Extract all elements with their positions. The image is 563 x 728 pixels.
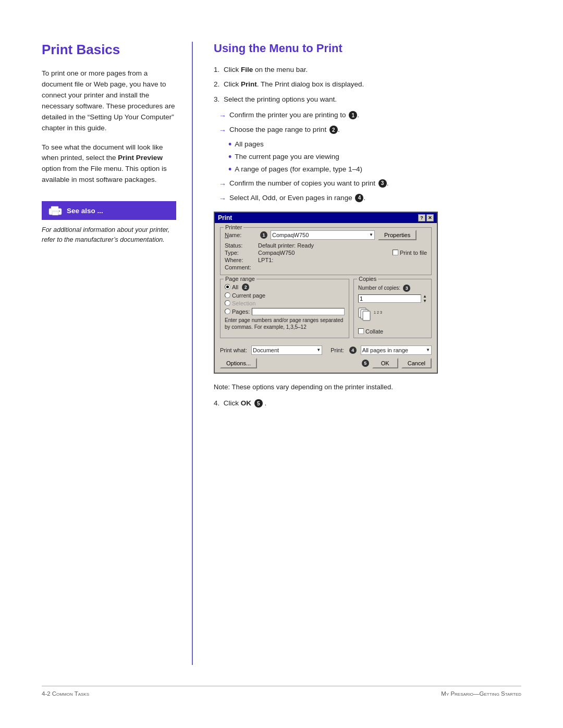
circle-4: 4: [355, 194, 363, 202]
pages-radio[interactable]: Pages:: [225, 309, 250, 315]
page-range-label: Page range: [224, 276, 256, 282]
dot-item-2: • The current page you are viewing: [228, 152, 521, 162]
print-range-value: All pages in range: [362, 347, 408, 353]
all-radio-btn[interactable]: [225, 284, 230, 290]
dialog-bottom-row: Options... 5 OK Cancel: [220, 358, 432, 368]
copies-up-icon[interactable]: ▲: [423, 294, 427, 299]
svg-text:2: 2: [377, 311, 379, 314]
pages-radio-btn[interactable]: [225, 309, 230, 314]
note-bold: Note:: [214, 383, 230, 391]
pages-input[interactable]: [252, 308, 345, 315]
arrow-list-1: → Confirm the printer you are printing t…: [219, 110, 521, 136]
arrow-icon-4: →: [219, 193, 226, 204]
print-to-file-label: Print to file: [400, 250, 427, 256]
print-circle: 4: [349, 347, 357, 354]
circle-1: 1: [349, 111, 357, 119]
all-label: All: [232, 284, 238, 290]
step-4: 4. Click OK 5 .: [214, 399, 521, 408]
svg-rect-6: [363, 311, 370, 320]
selection-radio[interactable]: Selection: [225, 300, 255, 306]
status-value: Default printer: Ready: [258, 242, 427, 249]
ok-cancel-row: 5 OK Cancel: [361, 358, 432, 368]
right-column: Using the Menu to Print 1. Click File on…: [193, 42, 521, 665]
current-page-radio-btn[interactable]: [225, 292, 230, 298]
status-label: Status:: [225, 242, 256, 249]
see-also-label: See also ...: [67, 207, 103, 215]
arrow-item-3: → Confirm the number of copies you want …: [219, 178, 521, 190]
step-1: 1. Click File on the menu bar.: [214, 65, 521, 75]
dialog-title: Print: [218, 214, 232, 221]
name-label: Name:: [225, 232, 256, 238]
dot-item-3: • A range of pages (for example, type 1–…: [228, 164, 521, 175]
selection-radio-btn[interactable]: [225, 300, 230, 306]
collate-checkbox[interactable]: Collate: [358, 328, 427, 335]
collate-pages-icon: 1 2 3: [358, 307, 383, 326]
circle-2: 2: [329, 126, 338, 134]
pages-hint: Enter page numbers and/or page ranges se…: [225, 317, 345, 330]
type-label: Type:: [225, 250, 256, 256]
type-value: CompaqW750: [258, 250, 390, 256]
circle-3: 3: [378, 179, 387, 188]
arrow-icon-1: →: [219, 110, 226, 121]
print-range-select[interactable]: All pages in range ▼: [361, 346, 432, 355]
dialog-help-btn[interactable]: ?: [418, 214, 425, 221]
num-copies-input[interactable]: [358, 294, 421, 303]
dialog-body: Printer Name: 1 CompaqW750 ▼ Properties: [215, 223, 437, 373]
printer-group-label: Printer: [224, 224, 243, 230]
collate-label: Collate: [365, 328, 383, 335]
status-row: Status: Default printer: Ready: [225, 242, 427, 249]
name-row: Name: 1 CompaqW750 ▼ Properties: [225, 230, 427, 240]
all-radio[interactable]: All 2: [225, 283, 345, 291]
printer-group: Printer Name: 1 CompaqW750 ▼ Properties: [220, 227, 432, 275]
print-what-arrow-icon: ▼: [316, 348, 321, 352]
ok-circle: 5: [362, 360, 369, 367]
pages-label: Pages:: [232, 309, 250, 315]
footer: 4-2 Common Tasks My Presario—Getting Sta…: [42, 686, 521, 697]
arrow-icon-2: →: [219, 125, 226, 136]
dot-list: • All pages • The current page you are v…: [228, 139, 521, 175]
print-what-select[interactable]: Document ▼: [251, 346, 322, 355]
selection-label: Selection: [232, 300, 255, 306]
left-para2: To see what the document will look like …: [42, 142, 176, 186]
dot-item-1: • All pages: [228, 139, 521, 150]
name-value: CompaqW750: [272, 232, 309, 238]
footer-left: 4-2 Common Tasks: [42, 690, 89, 697]
circle-5: 5: [254, 399, 263, 408]
copies-group: Copies Number of copies: 3 ▲: [353, 279, 432, 338]
name-select[interactable]: CompaqW750 ▼: [271, 230, 375, 240]
steps-list: 1. Click File on the menu bar. 2. Click …: [214, 65, 521, 105]
type-row: Type: CompaqW750 Print to file: [225, 250, 427, 256]
dot-icon-3: •: [228, 165, 231, 174]
print-range-arrow-icon: ▼: [426, 348, 430, 352]
cancel-button[interactable]: Cancel: [401, 358, 432, 368]
note-text: Note: These options vary depending on th…: [214, 382, 521, 392]
print-to-file-checkbox[interactable]: Print to file: [393, 250, 427, 256]
print-to-file-box[interactable]: [393, 250, 398, 255]
left-column: Print Basics To print one or more pages …: [42, 42, 193, 665]
properties-button[interactable]: Properties: [378, 230, 417, 240]
name-circle: 1: [260, 231, 267, 239]
page: Print Basics To print one or more pages …: [0, 0, 563, 728]
dialog-titlebar: Print ? ✕: [215, 213, 437, 223]
arrow-list-2: → Confirm the number of copies you want …: [219, 178, 521, 204]
dialog-close-btn[interactable]: ✕: [426, 214, 434, 221]
copies-down-icon[interactable]: ▼: [423, 299, 427, 303]
arrow-item-2: → Choose the page range to print 2.: [219, 125, 521, 136]
svg-text:1: 1: [374, 311, 376, 314]
current-page-label: Current page: [232, 292, 265, 299]
left-para2-after: option from the File menu. This option i…: [42, 165, 167, 183]
where-row: Where: LPT1:: [225, 257, 427, 263]
svg-rect-1: [51, 206, 58, 211]
see-also-box: See also ...: [42, 201, 176, 220]
current-page-radio[interactable]: Current page: [225, 292, 345, 299]
right-title: Using the Menu to Print: [214, 42, 521, 55]
svg-rect-2: [52, 212, 58, 215]
collate-box[interactable]: [358, 328, 364, 334]
page-range-copies-row: Page range All 2 Current page: [220, 279, 432, 342]
print-label: Print:: [331, 347, 344, 353]
left-para1: To print one or more pages from a docume…: [42, 68, 176, 134]
ok-button[interactable]: OK: [372, 358, 398, 368]
copies-spinner[interactable]: ▲ ▼: [423, 294, 427, 303]
options-button[interactable]: Options...: [220, 358, 257, 368]
arrow-item-1: → Confirm the printer you are printing t…: [219, 110, 521, 121]
